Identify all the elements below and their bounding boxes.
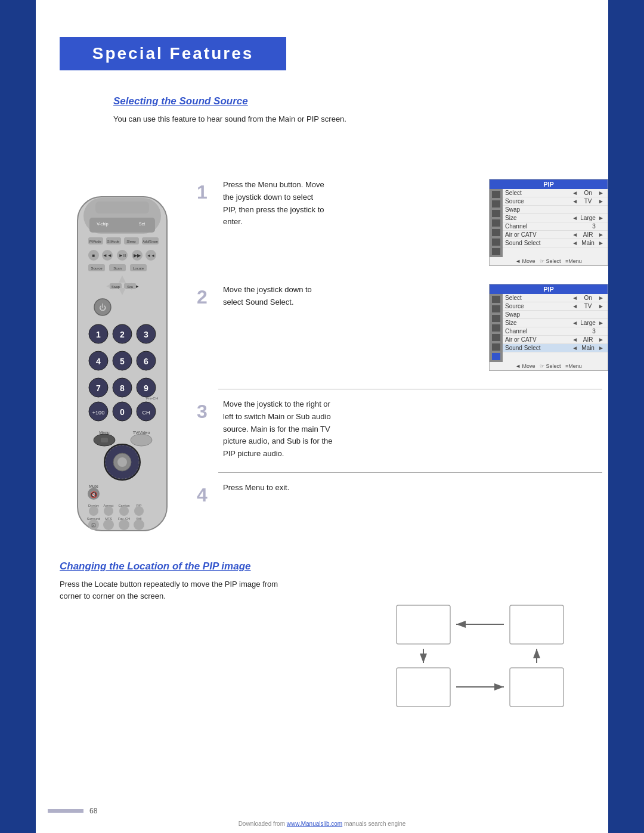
- svg-rect-99: [510, 668, 564, 707]
- remote-control-area: V-chip Set P.Mode S.Mode Sleep Add/Erase…: [60, 191, 185, 543]
- section2-container: Changing the Location of the PIP image P…: [60, 561, 584, 602]
- footer-bar: [48, 809, 83, 813]
- svg-rect-2: [95, 202, 149, 213]
- svg-text:0: 0: [120, 407, 125, 417]
- step-3-block: 3 Move the joystick to the right or left…: [197, 398, 602, 460]
- svg-text:Set: Set: [139, 222, 145, 226]
- svg-text:►II: ►II: [119, 253, 126, 258]
- step-3-text: Move the joystick to the right or left t…: [218, 398, 602, 460]
- section1-intro: You can use this feature to hear sound f…: [113, 114, 346, 123]
- svg-point-85: [119, 506, 129, 516]
- footer-download: Downloaded from www.Manualslib.com manua…: [239, 820, 406, 827]
- svg-point-92: [103, 519, 114, 530]
- svg-text:Pre-CH: Pre-CH: [146, 397, 158, 400]
- steps-area: 1 Press the Menu button. Move the joysti…: [197, 179, 602, 518]
- svg-text:▶▶: ▶▶: [134, 253, 141, 258]
- section1-intro-container: You can use this feature to hear sound f…: [113, 113, 346, 125]
- svg-text:⊡: ⊡: [91, 522, 96, 528]
- step-1-text: Press the Menu button. Move the joystick…: [218, 179, 477, 228]
- section2-heading: Changing the Location of the PIP image: [60, 561, 251, 572]
- section2-text: Press the Locate button repeatedly to mo…: [60, 580, 278, 600]
- svg-text:■: ■: [92, 253, 95, 258]
- svg-rect-98: [397, 668, 450, 707]
- svg-text:Add/Erase: Add/Erase: [143, 240, 158, 243]
- svg-point-86: [134, 506, 144, 516]
- page-title: Special Features: [92, 44, 254, 63]
- svg-text:9: 9: [144, 383, 148, 393]
- svg-text:🔇: 🔇: [90, 491, 98, 498]
- pip-row-size-1: Size ◄ Large ►: [503, 214, 608, 222]
- svg-text:5: 5: [120, 357, 125, 366]
- svg-rect-70: [101, 438, 108, 442]
- svg-point-84: [104, 506, 113, 516]
- svg-point-93: [119, 519, 129, 530]
- pip-row-channel-2: Channel 3: [503, 327, 608, 336]
- svg-text:+100: +100: [92, 410, 104, 416]
- main-content: Special Features Selecting the Sound Sou…: [36, 0, 608, 833]
- svg-text:S.Mode: S.Mode: [107, 240, 120, 243]
- svg-text:Sca: Sca: [127, 285, 133, 289]
- step-4-block: 4 Press Menu to exit.: [197, 482, 602, 506]
- svg-text:Source: Source: [91, 267, 103, 270]
- pip-row-source-2: Source ◄ TV ►: [503, 302, 608, 311]
- pip-row-sound-1: Sound Select ◄ Main ►: [503, 239, 608, 247]
- svg-text:1: 1: [96, 330, 101, 339]
- footer-download-prefix: Downloaded from: [239, 820, 287, 827]
- pip-row-sound-2-highlighted: Sound Select ◄ Main ►: [503, 344, 608, 352]
- svg-text:3: 3: [144, 330, 148, 339]
- svg-point-71: [131, 434, 152, 446]
- pip-menu-1-title: PIP: [490, 179, 608, 189]
- svg-point-74: [117, 457, 127, 467]
- svg-point-83: [89, 506, 98, 516]
- pip-row-select-1: Select ◄ On ►: [503, 189, 608, 197]
- svg-text:8: 8: [120, 383, 125, 393]
- pip-location-diagram: [394, 602, 566, 710]
- footer-download-link[interactable]: www.Manualslib.com: [287, 820, 342, 827]
- svg-point-94: [134, 519, 144, 530]
- remote-svg: V-chip Set P.Mode S.Mode Sleep Add/Erase…: [60, 191, 185, 543]
- pip-row-channel-1: Channel 3: [503, 222, 608, 231]
- svg-text:P.Mode: P.Mode: [89, 240, 102, 243]
- svg-text:Swap: Swap: [112, 285, 120, 289]
- step-4-number: 4: [197, 484, 218, 506]
- pip-footer-1: ◄ Move ☞ Select ≡Menu: [490, 257, 608, 265]
- pip-row-air-2: Air or CATV ◄ AIR ►: [503, 336, 608, 344]
- step-3-divider: [218, 389, 602, 389]
- pip-row-swap-1: Swap: [503, 206, 608, 214]
- svg-text:Locate: Locate: [133, 267, 144, 270]
- svg-text:4: 4: [96, 357, 101, 366]
- svg-text:Scan: Scan: [113, 267, 122, 270]
- footer-download-suffix: manuals search engine: [342, 820, 405, 827]
- step-2-text: Move the joystick down to select Sound S…: [218, 284, 477, 309]
- svg-text:◄◄: ◄◄: [103, 253, 112, 258]
- location-diagram-svg: [394, 602, 566, 710]
- pip-menu-1: PIP: [489, 179, 608, 266]
- step-3-number: 3: [197, 401, 218, 423]
- svg-text:6: 6: [144, 357, 148, 366]
- pip-row-swap-2: Swap: [503, 311, 608, 319]
- right-bar: [608, 0, 644, 833]
- footer-page-number: 68: [89, 807, 97, 815]
- pip-footer-2: ◄ Move ☞ Select ≡Menu: [490, 362, 608, 370]
- pip-menu-2: PIP Select: [489, 284, 608, 371]
- step-1-block: 1 Press the Menu button. Move the joysti…: [197, 179, 602, 266]
- pip-menu-2-title: PIP: [490, 284, 608, 294]
- pip-row-select-2: Select ◄ On ►: [503, 294, 608, 302]
- footer: 68: [36, 807, 608, 815]
- svg-text:CH: CH: [143, 410, 150, 416]
- svg-rect-96: [397, 605, 450, 644]
- pip-row-air-1: Air or CATV ◄ AIR ►: [503, 231, 608, 239]
- svg-text:7: 7: [96, 383, 101, 393]
- svg-rect-97: [510, 605, 564, 644]
- svg-text:Mute: Mute: [89, 484, 98, 488]
- section2-text-container: Press the Locate button repeatedly to mo…: [60, 578, 584, 602]
- step-1-pip: PIP: [477, 179, 602, 266]
- step-4-divider: [218, 472, 602, 473]
- step-4-text: Press Menu to exit.: [218, 482, 602, 494]
- svg-text:2: 2: [120, 330, 125, 339]
- svg-text:V-chip: V-chip: [97, 222, 109, 227]
- step-1-number: 1: [197, 181, 218, 203]
- step-2-block: 2 Move the joystick down to select Sound…: [197, 284, 602, 371]
- step-2-number: 2: [197, 286, 218, 308]
- page-title-box: Special Features: [60, 37, 286, 70]
